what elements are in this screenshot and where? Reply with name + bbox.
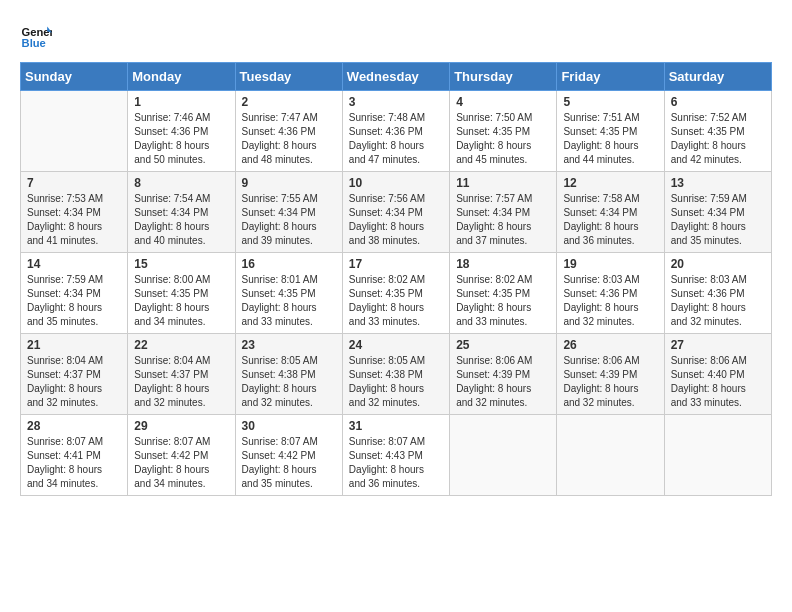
- calendar-week-5: 28Sunrise: 8:07 AMSunset: 4:41 PMDayligh…: [21, 415, 772, 496]
- calendar-week-4: 21Sunrise: 8:04 AMSunset: 4:37 PMDayligh…: [21, 334, 772, 415]
- sunrise-text: Sunrise: 8:04 AM: [27, 354, 121, 368]
- sunset-text: Sunset: 4:42 PM: [134, 449, 228, 463]
- sunset-text: Sunset: 4:37 PM: [134, 368, 228, 382]
- sunset-text: Sunset: 4:34 PM: [671, 206, 765, 220]
- daylight-text: Daylight: 8 hours and 32 minutes.: [563, 301, 657, 329]
- day-number: 16: [242, 257, 336, 271]
- day-number: 25: [456, 338, 550, 352]
- sunset-text: Sunset: 4:36 PM: [349, 125, 443, 139]
- day-info: Sunrise: 7:47 AMSunset: 4:36 PMDaylight:…: [242, 111, 336, 167]
- sunrise-text: Sunrise: 7:54 AM: [134, 192, 228, 206]
- day-info: Sunrise: 8:05 AMSunset: 4:38 PMDaylight:…: [349, 354, 443, 410]
- day-info: Sunrise: 8:02 AMSunset: 4:35 PMDaylight:…: [349, 273, 443, 329]
- weekday-header-saturday: Saturday: [664, 63, 771, 91]
- calendar-cell: 24Sunrise: 8:05 AMSunset: 4:38 PMDayligh…: [342, 334, 449, 415]
- sunset-text: Sunset: 4:43 PM: [349, 449, 443, 463]
- calendar-cell: 2Sunrise: 7:47 AMSunset: 4:36 PMDaylight…: [235, 91, 342, 172]
- day-number: 9: [242, 176, 336, 190]
- day-info: Sunrise: 8:07 AMSunset: 4:43 PMDaylight:…: [349, 435, 443, 491]
- day-info: Sunrise: 7:58 AMSunset: 4:34 PMDaylight:…: [563, 192, 657, 248]
- sunrise-text: Sunrise: 7:58 AM: [563, 192, 657, 206]
- calendar-cell: 8Sunrise: 7:54 AMSunset: 4:34 PMDaylight…: [128, 172, 235, 253]
- sunset-text: Sunset: 4:40 PM: [671, 368, 765, 382]
- daylight-text: Daylight: 8 hours and 32 minutes.: [134, 382, 228, 410]
- day-number: 11: [456, 176, 550, 190]
- sunrise-text: Sunrise: 8:07 AM: [134, 435, 228, 449]
- day-number: 7: [27, 176, 121, 190]
- weekday-header-sunday: Sunday: [21, 63, 128, 91]
- day-number: 15: [134, 257, 228, 271]
- weekday-header-monday: Monday: [128, 63, 235, 91]
- daylight-text: Daylight: 8 hours and 34 minutes.: [27, 463, 121, 491]
- day-info: Sunrise: 7:53 AMSunset: 4:34 PMDaylight:…: [27, 192, 121, 248]
- calendar-week-3: 14Sunrise: 7:59 AMSunset: 4:34 PMDayligh…: [21, 253, 772, 334]
- daylight-text: Daylight: 8 hours and 45 minutes.: [456, 139, 550, 167]
- daylight-text: Daylight: 8 hours and 38 minutes.: [349, 220, 443, 248]
- calendar-cell: 6Sunrise: 7:52 AMSunset: 4:35 PMDaylight…: [664, 91, 771, 172]
- day-number: 12: [563, 176, 657, 190]
- sunset-text: Sunset: 4:35 PM: [456, 287, 550, 301]
- sunrise-text: Sunrise: 7:47 AM: [242, 111, 336, 125]
- day-info: Sunrise: 8:07 AMSunset: 4:42 PMDaylight:…: [134, 435, 228, 491]
- sunrise-text: Sunrise: 8:03 AM: [671, 273, 765, 287]
- day-info: Sunrise: 7:46 AMSunset: 4:36 PMDaylight:…: [134, 111, 228, 167]
- daylight-text: Daylight: 8 hours and 32 minutes.: [563, 382, 657, 410]
- day-info: Sunrise: 7:48 AMSunset: 4:36 PMDaylight:…: [349, 111, 443, 167]
- svg-text:Blue: Blue: [22, 37, 46, 49]
- sunset-text: Sunset: 4:36 PM: [134, 125, 228, 139]
- daylight-text: Daylight: 8 hours and 35 minutes.: [27, 301, 121, 329]
- day-info: Sunrise: 8:04 AMSunset: 4:37 PMDaylight:…: [27, 354, 121, 410]
- day-number: 29: [134, 419, 228, 433]
- day-info: Sunrise: 8:07 AMSunset: 4:41 PMDaylight:…: [27, 435, 121, 491]
- sunset-text: Sunset: 4:39 PM: [456, 368, 550, 382]
- calendar-cell: 28Sunrise: 8:07 AMSunset: 4:41 PMDayligh…: [21, 415, 128, 496]
- day-info: Sunrise: 7:50 AMSunset: 4:35 PMDaylight:…: [456, 111, 550, 167]
- day-info: Sunrise: 8:00 AMSunset: 4:35 PMDaylight:…: [134, 273, 228, 329]
- logo: General Blue: [20, 20, 56, 52]
- day-number: 21: [27, 338, 121, 352]
- sunrise-text: Sunrise: 7:59 AM: [671, 192, 765, 206]
- calendar-cell: 29Sunrise: 8:07 AMSunset: 4:42 PMDayligh…: [128, 415, 235, 496]
- calendar-cell: 13Sunrise: 7:59 AMSunset: 4:34 PMDayligh…: [664, 172, 771, 253]
- daylight-text: Daylight: 8 hours and 32 minutes.: [349, 382, 443, 410]
- day-info: Sunrise: 8:04 AMSunset: 4:37 PMDaylight:…: [134, 354, 228, 410]
- calendar-cell: 5Sunrise: 7:51 AMSunset: 4:35 PMDaylight…: [557, 91, 664, 172]
- day-info: Sunrise: 8:06 AMSunset: 4:39 PMDaylight:…: [456, 354, 550, 410]
- day-number: 2: [242, 95, 336, 109]
- calendar-cell: 1Sunrise: 7:46 AMSunset: 4:36 PMDaylight…: [128, 91, 235, 172]
- day-info: Sunrise: 7:59 AMSunset: 4:34 PMDaylight:…: [671, 192, 765, 248]
- calendar-cell: 3Sunrise: 7:48 AMSunset: 4:36 PMDaylight…: [342, 91, 449, 172]
- daylight-text: Daylight: 8 hours and 33 minutes.: [242, 301, 336, 329]
- day-info: Sunrise: 7:59 AMSunset: 4:34 PMDaylight:…: [27, 273, 121, 329]
- weekday-header-row: SundayMondayTuesdayWednesdayThursdayFrid…: [21, 63, 772, 91]
- sunset-text: Sunset: 4:38 PM: [242, 368, 336, 382]
- day-info: Sunrise: 8:05 AMSunset: 4:38 PMDaylight:…: [242, 354, 336, 410]
- calendar-cell: 30Sunrise: 8:07 AMSunset: 4:42 PMDayligh…: [235, 415, 342, 496]
- calendar-cell: [450, 415, 557, 496]
- day-info: Sunrise: 7:51 AMSunset: 4:35 PMDaylight:…: [563, 111, 657, 167]
- calendar-cell: 10Sunrise: 7:56 AMSunset: 4:34 PMDayligh…: [342, 172, 449, 253]
- day-info: Sunrise: 8:07 AMSunset: 4:42 PMDaylight:…: [242, 435, 336, 491]
- daylight-text: Daylight: 8 hours and 50 minutes.: [134, 139, 228, 167]
- day-info: Sunrise: 8:01 AMSunset: 4:35 PMDaylight:…: [242, 273, 336, 329]
- sunrise-text: Sunrise: 7:46 AM: [134, 111, 228, 125]
- sunrise-text: Sunrise: 8:05 AM: [349, 354, 443, 368]
- calendar-cell: 19Sunrise: 8:03 AMSunset: 4:36 PMDayligh…: [557, 253, 664, 334]
- day-number: 4: [456, 95, 550, 109]
- daylight-text: Daylight: 8 hours and 40 minutes.: [134, 220, 228, 248]
- daylight-text: Daylight: 8 hours and 41 minutes.: [27, 220, 121, 248]
- weekday-header-friday: Friday: [557, 63, 664, 91]
- sunset-text: Sunset: 4:35 PM: [134, 287, 228, 301]
- weekday-header-wednesday: Wednesday: [342, 63, 449, 91]
- sunset-text: Sunset: 4:35 PM: [349, 287, 443, 301]
- sunset-text: Sunset: 4:35 PM: [671, 125, 765, 139]
- sunrise-text: Sunrise: 8:02 AM: [349, 273, 443, 287]
- calendar-cell: 27Sunrise: 8:06 AMSunset: 4:40 PMDayligh…: [664, 334, 771, 415]
- daylight-text: Daylight: 8 hours and 33 minutes.: [456, 301, 550, 329]
- calendar-cell: 21Sunrise: 8:04 AMSunset: 4:37 PMDayligh…: [21, 334, 128, 415]
- sunset-text: Sunset: 4:36 PM: [671, 287, 765, 301]
- day-number: 5: [563, 95, 657, 109]
- daylight-text: Daylight: 8 hours and 47 minutes.: [349, 139, 443, 167]
- sunset-text: Sunset: 4:39 PM: [563, 368, 657, 382]
- calendar-cell: 4Sunrise: 7:50 AMSunset: 4:35 PMDaylight…: [450, 91, 557, 172]
